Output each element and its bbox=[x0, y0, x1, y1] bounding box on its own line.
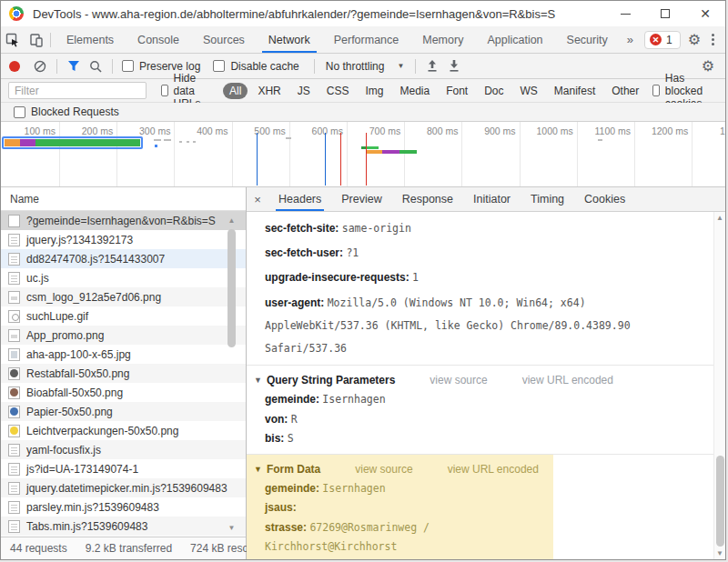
maximize-button[interactable] bbox=[645, 1, 685, 26]
error-badge[interactable]: ✕ 1 bbox=[644, 31, 681, 49]
checkbox-box bbox=[213, 60, 225, 72]
request-row[interactable]: App_promo.png bbox=[1, 326, 246, 345]
filter-chip-ws[interactable]: WS bbox=[514, 83, 544, 99]
blocked-requests-checkbox[interactable]: Blocked Requests bbox=[14, 105, 119, 118]
details-tab-headers[interactable]: Headers bbox=[268, 187, 331, 211]
divider bbox=[415, 59, 416, 74]
request-row[interactable]: jquery.datetimepicker.min.js?1539609483 bbox=[1, 478, 246, 497]
details-tab-preview[interactable]: Preview bbox=[331, 187, 391, 211]
details-scrollbar[interactable]: ▲ ▼ bbox=[713, 212, 725, 559]
page-event-line bbox=[340, 133, 341, 186]
export-har-icon[interactable] bbox=[443, 57, 465, 75]
request-row[interactable]: Tabs.min.js?1539609483 bbox=[1, 517, 246, 536]
request-row[interactable]: parsley.min.js?1539609483 bbox=[1, 497, 246, 517]
preserve-log-checkbox[interactable]: Preserve log bbox=[122, 60, 200, 73]
filter-chip-other[interactable]: Other bbox=[605, 83, 645, 99]
filter-chip-img[interactable]: Img bbox=[359, 83, 389, 99]
request-row[interactable]: uc.js bbox=[1, 268, 246, 287]
request-row[interactable]: Papier-50x50.png bbox=[1, 402, 246, 421]
details-tab-initiator[interactable]: Initiator bbox=[463, 187, 521, 211]
details-tab-response[interactable]: Response bbox=[392, 187, 463, 211]
filter-chip-all[interactable]: All bbox=[223, 83, 248, 99]
disable-cache-checkbox[interactable]: Disable cache bbox=[213, 60, 298, 73]
details-tab-cookies[interactable]: Cookies bbox=[574, 187, 635, 211]
name-column-header[interactable]: Name bbox=[1, 187, 246, 211]
throttling-dropdown[interactable]: No throttling ▼ bbox=[320, 60, 410, 73]
tab-performance[interactable]: Performance bbox=[322, 26, 411, 53]
filter-chip-doc[interactable]: Doc bbox=[478, 83, 510, 99]
tiny-request-mark bbox=[155, 145, 157, 147]
request-row[interactable]: Restabfall-50x50.png bbox=[1, 364, 246, 383]
view-toggle-link[interactable]: view URL encoded bbox=[522, 370, 613, 390]
request-details-panel: × HeadersPreviewResponseInitiatorTimingC… bbox=[247, 187, 725, 559]
filter-funnel-icon[interactable] bbox=[63, 57, 85, 75]
requests-scrollbar[interactable]: ▲ ▼ bbox=[226, 215, 238, 534]
request-timing-bar[interactable] bbox=[367, 150, 417, 154]
view-toggle-link[interactable]: view source bbox=[430, 370, 487, 390]
circle-file-icon bbox=[8, 386, 20, 399]
import-har-icon[interactable] bbox=[421, 57, 443, 75]
request-row[interactable]: dd82474708.js?1541433007 bbox=[1, 249, 246, 268]
request-row[interactable]: ?gemeinde=Isernhagen&von=R&bis=S bbox=[1, 211, 246, 230]
request-name: jquery.datetimepicker.min.js?1539609483 bbox=[26, 482, 228, 495]
filter-input[interactable] bbox=[8, 82, 147, 99]
more-tabs-button[interactable]: » bbox=[620, 33, 641, 46]
scroll-down-icon[interactable]: ▼ bbox=[714, 547, 725, 559]
request-row[interactable]: js?id=UA-173149074-1 bbox=[1, 459, 246, 478]
search-icon[interactable] bbox=[85, 57, 106, 75]
tab-security[interactable]: Security bbox=[555, 26, 620, 53]
request-name: js?id=UA-173149074-1 bbox=[26, 463, 138, 476]
filter-chip-xhr[interactable]: XHR bbox=[251, 83, 287, 99]
filter-chip-css[interactable]: CSS bbox=[320, 83, 356, 99]
timing-segment bbox=[5, 139, 20, 146]
details-tab-timing[interactable]: Timing bbox=[521, 187, 574, 211]
filter-chip-manifest[interactable]: Manifest bbox=[548, 83, 602, 99]
tab-sources[interactable]: Sources bbox=[191, 26, 257, 53]
network-overview-timeline[interactable]: 100 ms200 ms300 ms400 ms500 ms600 ms700 … bbox=[1, 122, 725, 187]
header-name: sec-fetch-site: bbox=[265, 222, 342, 235]
scroll-down-icon[interactable]: ▼ bbox=[226, 522, 238, 534]
close-details-icon[interactable]: × bbox=[247, 193, 268, 206]
divider bbox=[50, 33, 51, 47]
record-button[interactable] bbox=[9, 61, 20, 72]
request-row[interactable]: Leichtverpackungen-50x50.png bbox=[1, 421, 246, 440]
device-toolbar-icon[interactable] bbox=[25, 30, 48, 50]
tab-memory[interactable]: Memory bbox=[410, 26, 475, 53]
kebab-menu-icon[interactable] bbox=[708, 34, 725, 45]
tab-console[interactable]: Console bbox=[126, 26, 191, 53]
filter-chip-js[interactable]: JS bbox=[291, 83, 317, 99]
filter-chip-media[interactable]: Media bbox=[393, 83, 436, 99]
divider bbox=[56, 59, 57, 74]
tab-application[interactable]: Application bbox=[475, 26, 554, 53]
scrollbar-thumb[interactable] bbox=[716, 456, 724, 547]
minimize-button[interactable] bbox=[605, 1, 645, 26]
tab-elements[interactable]: Elements bbox=[55, 26, 126, 53]
request-row[interactable]: suchLupe.gif bbox=[1, 306, 246, 326]
clear-icon[interactable] bbox=[29, 57, 51, 75]
view-toggle-link[interactable]: view URL encoded bbox=[448, 459, 539, 479]
request-row[interactable]: jquery.js?1341392173 bbox=[1, 230, 246, 249]
collapse-triangle-icon[interactable]: ▼ bbox=[254, 459, 262, 479]
scrollbar-thumb[interactable] bbox=[228, 229, 236, 347]
inspect-element-icon[interactable] bbox=[1, 30, 25, 50]
checkbox-box bbox=[122, 60, 134, 72]
request-row[interactable]: aha-app-100-x-65.jpg bbox=[1, 345, 246, 364]
param-row: strasse: 67269@Rosmarinweg / Kirchhorst@… bbox=[247, 518, 553, 557]
devtools-window: DevTools - www.aha-region.de/abholtermin… bbox=[0, 0, 726, 560]
filter-chip-font[interactable]: Font bbox=[440, 83, 474, 99]
scroll-up-icon[interactable]: ▲ bbox=[226, 215, 238, 226]
request-timing-bar[interactable] bbox=[361, 146, 379, 149]
close-button[interactable]: ✕ bbox=[685, 1, 725, 26]
settings-gear-icon[interactable]: ⚙ bbox=[681, 33, 708, 47]
request-row[interactable]: yaml-focusfix.js bbox=[1, 440, 246, 459]
collapse-triangle-icon[interactable]: ▼ bbox=[254, 370, 262, 390]
view-toggle-link[interactable]: view source bbox=[355, 459, 412, 479]
request-row[interactable]: csm_logo_912a5e7d06.png bbox=[1, 287, 246, 306]
tab-network[interactable]: Network bbox=[257, 26, 322, 53]
section-title-row: ▼Form Dataview sourceview URL encoded bbox=[247, 459, 553, 479]
request-list: ?gemeinde=Isernhagen&von=R&bis=Sjquery.j… bbox=[1, 211, 246, 537]
selected-request-bar[interactable] bbox=[2, 136, 143, 149]
scroll-up-icon[interactable]: ▲ bbox=[714, 212, 725, 224]
script-file-icon bbox=[8, 482, 20, 495]
request-row[interactable]: Bioabfall-50x50.png bbox=[1, 383, 246, 402]
